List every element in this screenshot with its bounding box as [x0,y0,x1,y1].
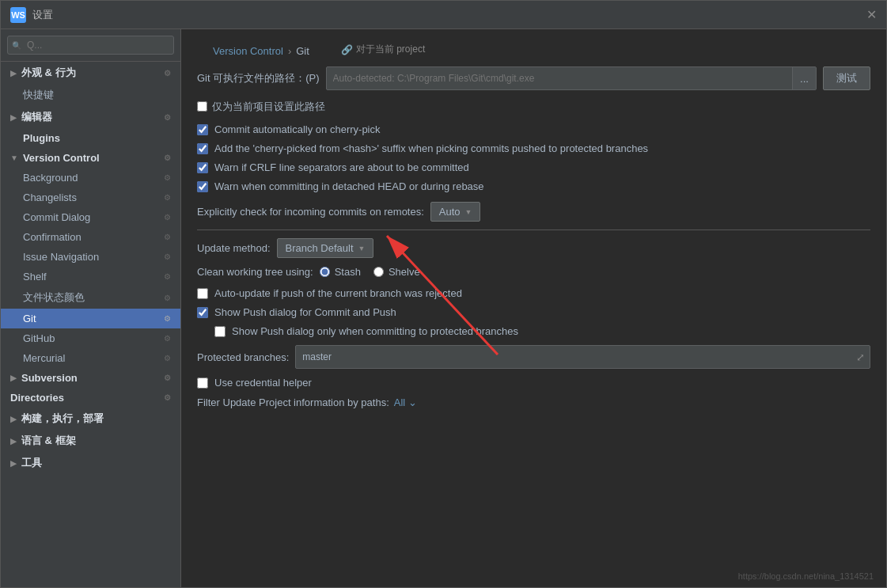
crlf-checkbox[interactable] [197,162,208,173]
push-protected-row: Show Push dialog only when committing to… [214,324,870,339]
detached-head-checkbox[interactable] [197,181,208,192]
sidebar: ▶ 外观 & 行为 ⚙ 快捷键 ▶ 编辑器 ⚙ Plugins ▼ Versio… [1,29,181,587]
stash-label[interactable]: Stash [335,266,361,278]
shelve-label[interactable]: Shelve [389,266,420,278]
shelve-radio[interactable] [373,267,384,277]
sidebar-item-mercurial[interactable]: Mercurial ⚙ [1,348,180,368]
auto-update-checkbox[interactable] [197,288,208,299]
header-row: Version Control › Git 🔗 对于当前 project [181,29,886,66]
sidebar-item-confirmation[interactable]: Confirmation ⚙ [1,227,180,247]
protected-branches-input[interactable] [296,347,851,366]
stash-radio[interactable] [320,267,330,277]
push-protected-checkbox[interactable] [214,326,226,337]
test-button[interactable]: 测试 [823,66,870,90]
sidebar-item-issue-navigation[interactable]: Issue Navigation ⚙ [1,247,180,267]
sidebar-item-label: 构建，执行，部署 [21,412,104,426]
sidebar-item-label: Changelists [23,192,77,203]
settings-window: WS 设置 ✕ ▶ 外观 & 行为 ⚙ 快捷键 ▶ 编辑器 [0,0,887,588]
update-method-value: Branch Default [286,242,354,254]
git-path-browse-button[interactable]: ... [792,67,816,89]
crlf-row: Warn if CRLF line separators are about t… [197,160,870,175]
breadcrumb-part1[interactable]: Version Control [213,45,283,57]
checkbox-group-2: Auto-update if push of the current branc… [197,286,870,339]
shelve-option: Shelve [373,266,420,278]
sidebar-item-version-control[interactable]: ▼ Version Control ⚙ [1,148,180,168]
filter-update-value: All [394,396,405,408]
sidebar-item-editor[interactable]: ▶ 编辑器 ⚙ [1,106,180,128]
settings-icon-shelf: ⚙ [164,272,171,281]
breadcrumb: Version Control › Git [197,36,325,63]
settings-icon-svn: ⚙ [164,374,171,382]
sidebar-item-languages[interactable]: ▶ 语言 & 框架 [1,430,180,452]
filter-update-row: Filter Update Project information by pat… [197,396,870,408]
git-path-label: Git 可执行文件的路径：(P) [197,71,320,85]
credential-helper-label[interactable]: Use credential helper [214,377,312,389]
cherry-pick-label[interactable]: Commit automatically on cherry-pick [214,123,381,135]
suffix-label[interactable]: Add the 'cherry-picked from <hash>' suff… [214,142,648,154]
expand-button[interactable]: ⤢ [851,346,870,368]
cherry-pick-row: Commit automatically on cherry-pick [197,122,870,137]
collapse-arrow-appearance: ▶ [10,69,17,78]
auto-update-label[interactable]: Auto-update if push of the current branc… [214,287,462,299]
suffix-checkbox[interactable] [197,143,208,154]
show-push-label[interactable]: Show Push dialog for Commit and Push [214,306,396,318]
window-title: 设置 [32,8,53,22]
credential-helper-checkbox[interactable] [197,377,208,389]
sidebar-item-tools[interactable]: ▶ 工具 [1,452,180,474]
checkbox-group-1: Commit automatically on cherry-pick Add … [197,122,870,194]
search-input[interactable] [7,36,174,55]
show-push-checkbox[interactable] [197,307,208,318]
sidebar-item-github[interactable]: GitHub ⚙ [1,328,180,348]
sidebar-item-commit-dialog[interactable]: Commit Dialog ⚙ [1,207,180,227]
sidebar-item-label: Commit Dialog [23,211,90,223]
sidebar-item-file-status[interactable]: 文件状态颜色 ⚙ [1,286,180,309]
cherry-pick-checkbox[interactable] [197,124,208,135]
push-protected-label[interactable]: Show Push dialog only when committing to… [232,325,518,337]
breadcrumb-separator: › [288,45,291,57]
sidebar-item-keymap[interactable]: 快捷键 [1,84,180,106]
collapse-arrow-lang: ▶ [10,437,17,446]
incoming-commits-label: Explicitly check for incoming commits on… [197,206,424,218]
filter-update-label: Filter Update Project information by pat… [197,396,389,408]
sidebar-item-appearance[interactable]: ▶ 外观 & 行为 ⚙ [1,62,180,84]
collapse-arrow-editor: ▶ [10,113,17,122]
sidebar-item-plugins[interactable]: Plugins [1,128,180,148]
sidebar-item-label: Background [23,172,78,184]
sidebar-item-build[interactable]: ▶ 构建，执行，部署 [1,408,180,430]
sidebar-item-label: 工具 [21,456,42,470]
search-box [1,29,180,62]
sidebar-item-subversion[interactable]: ▶ Subversion ⚙ [1,368,180,388]
sidebar-item-directories[interactable]: Directories ⚙ [1,388,180,408]
settings-icon-in: ⚙ [164,252,171,261]
collapse-arrow-svn: ▶ [10,374,17,382]
breadcrumb-part2: Git [296,45,309,57]
sidebar-item-shelf[interactable]: Shelf ⚙ [1,267,180,286]
sidebar-item-label: 编辑器 [21,110,52,124]
sidebar-item-label: 快捷键 [23,88,54,102]
project-only-label[interactable]: 仅为当前项目设置此路径 [212,100,325,114]
crlf-label[interactable]: Warn if CRLF line separators are about t… [214,161,469,173]
link-icon: 🔗 [341,44,353,55]
sidebar-item-git[interactable]: Git ⚙ [1,309,180,328]
settings-content: Git 可执行文件的路径：(P) ... 测试 仅为当前项目设置此路径 [181,66,886,568]
git-path-input-wrap: ... [326,66,817,90]
update-dropdown-arrow-icon: ▼ [358,245,366,252]
sidebar-item-label: Issue Navigation [23,251,99,263]
sidebar-item-background[interactable]: Background ⚙ [1,168,180,188]
close-button[interactable]: ✕ [866,7,877,22]
content-area: ▶ 外观 & 行为 ⚙ 快捷键 ▶ 编辑器 ⚙ Plugins ▼ Versio… [1,29,886,587]
expand-icon: ⤢ [856,351,865,363]
clean-working-tree-row: Clean working tree using: Stash Shelve [197,266,870,278]
incoming-commits-select[interactable]: Auto ▼ [430,202,481,222]
clean-working-tree-label: Clean working tree using: [197,266,313,278]
protected-branches-row: Protected branches: ⤢ [197,345,870,369]
update-method-select[interactable]: Branch Default ▼ [277,238,374,258]
settings-icon-github: ⚙ [164,334,171,343]
sidebar-item-changelists[interactable]: Changelists ⚙ [1,188,180,207]
project-link[interactable]: 🔗 对于当前 project [341,43,425,56]
detached-head-label[interactable]: Warn when committing in detached HEAD or… [214,180,484,192]
git-path-input[interactable] [327,69,792,88]
project-only-checkbox[interactable] [197,101,207,112]
filter-update-select[interactable]: All ⌄ [394,396,417,408]
collapse-arrow-vc: ▼ [10,154,18,162]
